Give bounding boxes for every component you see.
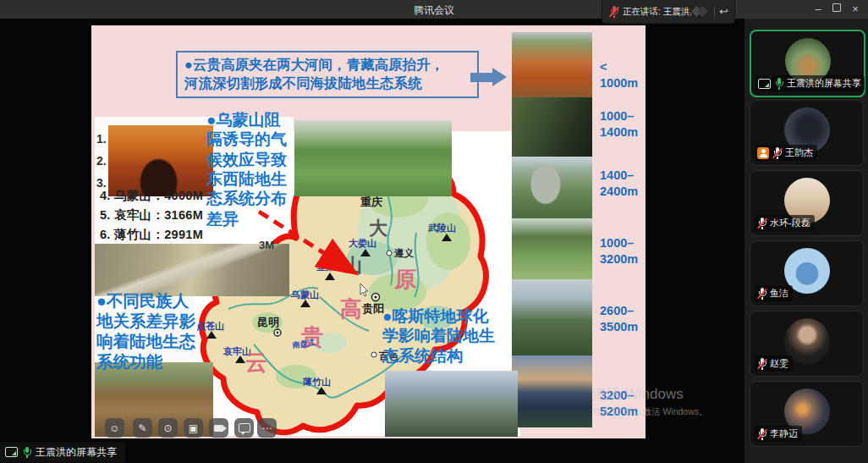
app-window: 腾讯会议 正在讲话: 王震洪, ↩ – × ●云贵高原夹在两大河间，青藏高原抬升… [0,0,868,463]
close-button[interactable]: × [846,0,865,19]
map-char-yuan: 原 [393,267,416,292]
map-mountain-baozhu: 薄竹山 [302,377,331,387]
floating-toolbar: ☺ ✎ ⊙ ▣ ⋯ [91,418,646,438]
participants-panel: 王震洪的屏幕共享 王韵杰 水环-段磊 鱼洁 [744,19,868,463]
screen-share-stage: ●云贵高原夹在两大河间，青藏高原抬升， 河流深切割形成不同海拔陆地生态系统 <1… [0,19,744,463]
elevation-label-4: 1000–3200m [600,235,646,267]
photo-forest-cliff [512,157,592,218]
headline-line1: ●云贵高原夹在两大河间，青藏高原抬升， [184,55,470,74]
speaking-indicator: 正在讲话: 王震洪, ↩ [602,0,734,23]
active-mic-icon [22,446,31,458]
elevation-label-1: <1000m [600,59,646,91]
participant-tile-duanlei[interactable]: 水环-段磊 [750,170,864,236]
headline-line2: 河流深切割形成不同海拔陆地生态系统 [184,74,470,92]
share-status-pill: 王震洪的屏幕共享 [0,442,125,462]
mic-muted-icon [757,218,766,229]
participant-name: 王韵杰 [785,146,813,159]
elevation-label-6: 3200–5200m [600,388,646,419]
participant-name: 赵雯 [770,357,788,370]
elevation-label-2: 1000–1400m [600,108,646,140]
list-item-ailaoshan: 5. 哀牢山：3166M [100,207,203,223]
map-mountain-wumeng: 乌蒙山 [290,289,319,300]
photo-dark-gorge [512,97,592,157]
map-char-yun: 云 [245,350,267,375]
mic-muted-icon [757,358,766,370]
titlebar: 腾讯会议 正在讲话: 王震洪, ↩ – × [0,0,868,19]
meeting-logo-icon [691,7,710,17]
note-karst-geochemistry: ●喀斯特地球化学影响着陆地生 态系统结构 [382,306,495,366]
participant-tile-lijingmai[interactable]: 李静迈 [750,381,864,447]
map-mountain-wuling: 武陵山 [427,223,456,233]
right-block-arrow-icon [470,68,507,86]
annotate-icon[interactable]: ✎ [133,418,152,438]
participant-tile-yujie[interactable]: 鱼洁 [750,240,864,306]
participant-tile-wangzhenhong[interactable]: 王震洪的屏幕共享 [750,30,865,97]
headline-box: ●云贵高原夹在两大河间，青藏高原抬升， 河流深切割形成不同海拔陆地生态系统 [176,51,479,98]
spotlight-icon[interactable]: ⊙ [158,418,178,438]
photo-desert-dune [108,125,213,196]
muted-mic-icon [609,6,618,18]
photo-karst-wetland [294,120,452,196]
window-controls: – × [809,0,865,19]
elevation-label-5: 2600–3500m [600,303,646,334]
participant-name: 水环-段磊 [770,217,810,229]
screen-share-icon [758,79,771,89]
shared-slide: ●云贵高原夹在两大河间，青藏高原抬升， 河流深切割形成不同海拔陆地生态系统 <1… [91,25,646,438]
map-char-gao: 高 [340,296,362,322]
elevation-label-3: 1400–2400m [600,168,646,199]
member-badge-icon [757,147,769,159]
mic-muted-icon [772,147,782,159]
participant-name: 鱼洁 [770,287,788,300]
photo-red-earth-valley [512,32,592,97]
note-ethnic-relations: ●不同民族人地关系差异影 响着陆地生态系统功能 [96,291,195,372]
map-city-kunming: 昆明 [257,316,279,328]
camera-icon[interactable] [209,418,228,438]
frame-icon[interactable]: ▣ [184,418,203,438]
map-city-zunyi: 遵义 [393,247,415,259]
screen-share-icon [5,447,18,457]
minimize-button[interactable]: – [809,0,827,19]
photo-forest-pasture [512,218,592,279]
back-arrow-icon[interactable]: ↩ [719,5,728,18]
mic-on-icon [774,78,783,90]
mic-muted-icon [757,428,766,440]
share-status-label: 王震洪的屏幕共享 [36,445,117,460]
list-item-wumengshan: 4. 乌蒙山：4000M [100,188,203,204]
chat-icon[interactable] [234,418,254,438]
map-char-da: 大 [369,218,388,239]
app-title: 腾讯会议 [0,3,868,18]
maximize-button[interactable] [827,0,846,19]
more-icon[interactable]: ⋯ [257,418,277,438]
participant-name: 王震洪的屏幕共享 [787,77,861,90]
speaking-status: 正在讲话: 王震洪, [623,6,691,18]
photo-conifer-forest [512,279,592,356]
note-wumeng-effect: ●乌蒙山阻隔诱导的气 候效应导致东西陆地生 态系统分布差异 [206,110,287,229]
reaction-icon[interactable]: ☺ [105,418,124,438]
mic-muted-icon [757,288,766,300]
photo-dusk-ridge [512,356,592,427]
elevation-photo-strip [512,32,592,427]
participant-tile-wangyunjie[interactable]: 王韵杰 [750,100,864,166]
participant-name: 李静迈 [770,427,798,440]
map-mountain-diancang: 点苍山 [196,321,224,331]
list-number-1: 1. [96,132,107,146]
divider [714,6,715,17]
list-item-baozhushan: 6. 薄竹山：2991M [100,227,203,243]
list-number-2: 2. [96,154,107,168]
map-city-guiyang: 贵阳 [362,302,384,315]
participant-tile-zhaowen[interactable]: 赵雯 [750,311,864,377]
